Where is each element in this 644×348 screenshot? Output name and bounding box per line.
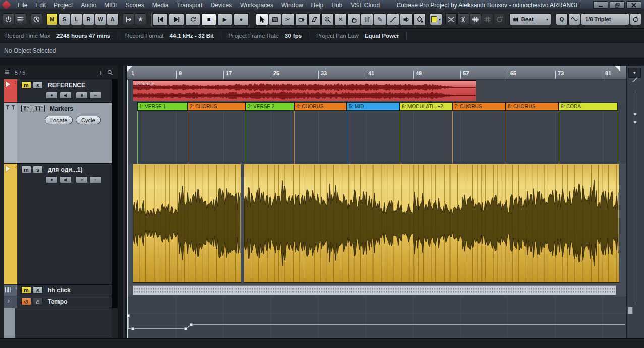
track-color-strip[interactable]: ♪	[4, 296, 17, 308]
status-value[interactable]: 2248 hours 47 mins	[56, 33, 110, 39]
snap-type-button[interactable]	[470, 13, 481, 25]
track-list-divider[interactable]	[118, 66, 127, 338]
audio-event-part-2[interactable]	[244, 164, 619, 283]
go-to-next-marker-button[interactable]	[169, 13, 184, 26]
cycle-marker-6[interactable]: 6: MODULATI...+2	[400, 102, 452, 111]
track-name[interactable]: Tempo	[48, 298, 67, 305]
cycle-marker-8[interactable]: 8: CHORUS	[506, 102, 559, 111]
track-name[interactable]: для оди...1)	[48, 166, 82, 173]
record-enable-button[interactable]: ●	[46, 176, 58, 183]
track-list-menu-icon[interactable]	[4, 69, 11, 76]
record-enable-button[interactable]: ●	[46, 92, 58, 99]
track-name[interactable]: Markers	[50, 105, 73, 112]
track-row-markers[interactable]: Markers Locate Cycle	[0, 103, 118, 164]
timeline-ruler[interactable]: 19172533414957657381	[127, 66, 626, 80]
mute-button[interactable]: m	[21, 166, 31, 173]
track-row-audio2[interactable]: 2 m s для оди...1) ● e ◦	[0, 164, 118, 285]
tempo-track-lane[interactable]	[127, 297, 626, 338]
track-name[interactable]: hh click	[48, 287, 71, 294]
tempo-curve[interactable]	[127, 297, 626, 338]
close-button[interactable]	[626, 1, 641, 9]
color-swatch-dropdown[interactable]: ▾	[430, 13, 442, 25]
play-tool[interactable]	[400, 13, 413, 26]
track-color-strip[interactable]	[4, 103, 17, 163]
split-tool[interactable]: ✂	[282, 13, 295, 26]
track-color-strip[interactable]: 1	[4, 79, 17, 102]
add-cycle-marker-button[interactable]	[33, 105, 45, 112]
iterative-quantize-button[interactable]	[568, 13, 580, 25]
quantize-link-button[interactable]	[494, 13, 505, 25]
tempo-activate-button[interactable]	[21, 298, 31, 305]
track-row-hh-click[interactable]: 3 m s hh click	[0, 285, 118, 296]
snap-on-off-button[interactable]	[457, 13, 469, 25]
draw-tool[interactable]: ✎	[374, 13, 386, 26]
cycle-marker-dropdown[interactable]: Cycle	[76, 116, 101, 124]
solo-button[interactable]: s	[33, 81, 43, 89]
quantize-button[interactable]: Q	[556, 13, 568, 25]
ruler-options-dropdown[interactable]: ▼	[628, 68, 641, 78]
monitor-button[interactable]	[60, 176, 72, 183]
cycle-marker-7[interactable]: 7: CHORUS	[452, 102, 506, 111]
status-value[interactable]: 30 fps	[285, 33, 302, 39]
zoom-slider-knob-upper[interactable]	[633, 112, 637, 116]
locate-marker-dropdown[interactable]: Locate	[45, 116, 73, 124]
automation-l-button[interactable]: L	[71, 13, 82, 25]
status-value[interactable]: Equal Power	[365, 33, 399, 39]
track-color-strip[interactable]: 2	[4, 164, 17, 284]
channel-link-button[interactable]: ∞	[89, 92, 101, 99]
record-button[interactable]: ●	[233, 13, 249, 26]
minimize-button[interactable]	[593, 1, 608, 9]
automation-w-button[interactable]: W	[95, 13, 106, 25]
cycle-marker-4[interactable]: 4: CHORUS	[294, 102, 347, 111]
audio-event-part-1[interactable]	[133, 164, 241, 283]
mute-button[interactable]: m	[21, 286, 31, 294]
mute-tool[interactable]: ✕	[334, 13, 347, 26]
automation-r-button[interactable]: R	[83, 13, 94, 25]
object-selection-tool[interactable]	[256, 13, 268, 26]
glue-tool[interactable]	[295, 13, 308, 26]
reference-audio-event[interactable]: reference	[133, 80, 476, 101]
vertical-scrollbar-thumb[interactable]	[628, 307, 633, 314]
automation-read-button[interactable]: ◦	[89, 176, 101, 183]
track-color-strip[interactable]: 3	[4, 285, 17, 296]
cycle-marker-5[interactable]: 5: MID	[347, 102, 400, 111]
go-to-previous-marker-button[interactable]	[153, 13, 168, 26]
add-track-button[interactable]: +	[99, 68, 103, 77]
activate-project-button[interactable]	[3, 13, 14, 25]
menu-transport[interactable]: Transport	[173, 1, 206, 10]
cycle-marker-3[interactable]: 3: VERSE 2	[246, 102, 294, 111]
automation-a-button[interactable]: A	[107, 13, 119, 25]
quantize-panel-button[interactable]	[630, 13, 641, 25]
time-warp-tool[interactable]	[361, 13, 373, 26]
menu-window[interactable]: Window	[278, 1, 307, 10]
menu-project[interactable]: Project	[50, 1, 76, 10]
play-button[interactable]: ▶	[217, 13, 232, 26]
mute-button[interactable]: m	[21, 81, 31, 89]
erase-tool[interactable]	[308, 13, 321, 26]
quantize-preset-dropdown[interactable]: 1/8 Triplet	[581, 13, 629, 25]
solo-button[interactable]: s	[33, 286, 43, 294]
autoscroll-button[interactable]	[123, 13, 134, 25]
stop-button[interactable]: ■	[201, 13, 216, 26]
menu-help[interactable]: Help	[308, 1, 327, 10]
automation-m-button[interactable]: M	[46, 13, 58, 25]
menu-vst-cloud[interactable]: VST Cloud	[347, 1, 383, 10]
cycle-marker-1[interactable]: 1: VERSE 1	[137, 102, 188, 111]
cycle-marker-9[interactable]: 9: CODA	[559, 102, 618, 111]
snap-to-zero-crossing-button[interactable]	[445, 13, 457, 25]
setup-window-layout-button[interactable]	[15, 13, 26, 25]
tempo-lock-button[interactable]	[33, 298, 43, 305]
metronome-button[interactable]	[31, 13, 42, 25]
solo-button[interactable]: s	[33, 166, 43, 173]
menu-media[interactable]: Media	[149, 1, 172, 10]
track-search-icon[interactable]	[107, 69, 113, 76]
suspend-autoscroll-button[interactable]: ★	[135, 13, 146, 25]
track-row-tempo[interactable]: ♪ Tempo	[0, 296, 118, 308]
menu-devices[interactable]: Devices	[207, 1, 236, 10]
zoom-slider-knob-lower[interactable]	[633, 120, 637, 124]
menu-workspaces[interactable]: Workspaces	[237, 1, 277, 10]
menu-scores[interactable]: Scores	[122, 1, 147, 10]
automation-s-button[interactable]: S	[58, 13, 70, 25]
zoom-tool[interactable]	[321, 13, 334, 26]
comp-tool[interactable]	[347, 13, 360, 26]
